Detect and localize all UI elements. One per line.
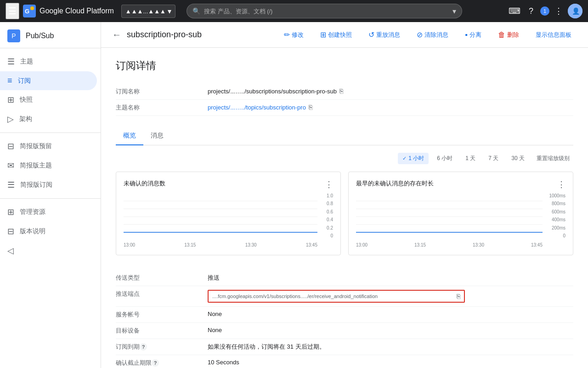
lite-reservations-icon: ⊟ [7, 141, 14, 151]
clear-button[interactable]: ⊘ 清除消息 [411, 28, 454, 42]
copy-endpoint-icon[interactable]: ⎘ [457, 293, 460, 300]
search-dropdown-icon[interactable]: ▾ [452, 7, 456, 16]
tab-messages[interactable]: 消息 [143, 127, 171, 145]
sidebar-item-lite-reservations[interactable]: ⊟ 简报版预留 [0, 137, 97, 156]
detach-button[interactable]: ▪ 分离 [459, 28, 487, 42]
chart-2-y-label-0: 1000ms [544, 193, 565, 198]
chart-1-title: 未确认的消息数 [124, 179, 165, 188]
edit-button[interactable]: ✏ 修改 [278, 28, 309, 42]
sidebar-item-lite-subscriptions-label: 简报版订阅 [20, 181, 52, 189]
manage-resources-icon: ⊞ [7, 207, 14, 217]
replay-icon: ↺ [368, 30, 374, 39]
sidebar-item-lite-reservations-label: 简报版预留 [20, 142, 52, 150]
time-btn-30d[interactable]: 30 天 [507, 153, 529, 164]
oldest-unconfirmed-chart: 最早的未确认消息的存在时长 ⋮ 13 [348, 172, 573, 255]
sidebar-item-schema-label: 架构 [19, 115, 32, 123]
time-btn-6h[interactable]: 6 小时 [432, 153, 457, 164]
sidebar-item-schema[interactable]: ▷ 架构 [0, 109, 97, 129]
snapshots-icon: ⊞ [7, 95, 14, 105]
replay-button[interactable]: ↺ 重放消息 [363, 28, 406, 42]
time-range-selector: 1 小时 6 小时 1 天 7 天 30 天 重置缩放级别 [116, 153, 573, 164]
hamburger-menu[interactable]: ☰ [6, 3, 19, 19]
topic-link[interactable]: projects/...…../topics/subscription-pro [208, 104, 306, 111]
time-btn-1d[interactable]: 1 天 [461, 153, 480, 164]
chart-2-header: 最早的未确认消息的存在时长 ⋮ [356, 179, 565, 190]
sidebar-divider [0, 132, 101, 133]
back-button[interactable]: ← [112, 29, 121, 40]
user-avatar[interactable]: 👤 [568, 4, 582, 18]
sidebar-item-release-notes[interactable]: ⊟ 版本说明 [0, 222, 97, 241]
lite-topics-icon: ✉ [7, 161, 14, 171]
subscriptions-icon: ≡ [7, 76, 12, 86]
svg-point-2 [30, 6, 34, 10]
chart-2-y-label-3: 400ms [544, 217, 565, 222]
sidebar-item-collapse[interactable]: ◁ [0, 241, 97, 260]
chart-2-y-label-4: 200ms [544, 225, 565, 230]
sidebar-nav: ☰ 主题 ≡ 订阅 ⊞ 快照 ▷ 架构 ⊟ 简报版预留 ✉ 简报版主题 ☰ 简报… [0, 48, 101, 264]
copy-topic-icon[interactable]: ⎘ [309, 104, 312, 111]
tab-overview[interactable]: 概览 [116, 127, 143, 145]
notification-badge[interactable]: 1 [540, 6, 549, 16]
app-logo: G Google Cloud Platform [23, 5, 114, 17]
help-icon[interactable]: ? [152, 359, 159, 367]
collapse-icon: ◁ [7, 246, 14, 256]
topic-name-label: 主题名称 [116, 104, 208, 112]
detail-value: 推送 [208, 274, 573, 282]
sidebar-item-subscriptions[interactable]: ≡ 订阅 [0, 71, 97, 90]
project-selector[interactable]: ▲▲▲...▲▲▲ ▾ [121, 5, 175, 18]
endpoint-box: ....fcm.googleapis.com/v1/subscriptions.… [208, 290, 465, 303]
edit-icon: ✏ [284, 30, 290, 39]
page-content: 订阅详情 订阅名称 projects/...…../subscriptions/… [101, 48, 588, 368]
sidebar-item-release-notes-label: 版本说明 [20, 227, 45, 236]
detail-label: 确认截止期限? [116, 359, 208, 367]
copy-name-icon[interactable]: ⎘ [339, 87, 343, 95]
more-options-button[interactable]: ⋮ [551, 4, 566, 18]
sidebar-item-topics[interactable]: ☰ 主题 [0, 52, 97, 71]
detail-row: 订阅到期?如果没有任何活动，订阅将在 31 天后过期。 [116, 339, 573, 355]
topic-name-value: projects/...…../topics/subscription-pro … [208, 104, 573, 111]
chart-1-menu[interactable]: ⋮ [325, 179, 333, 190]
chart-2-y-label-1: 800ms [544, 201, 565, 206]
topic-name-row: 主题名称 projects/...…../topics/subscription… [116, 100, 573, 116]
detail-value: None [208, 310, 573, 317]
sidebar-item-manage-resources[interactable]: ⊞ 管理资源 [0, 202, 97, 222]
info-panel-button[interactable]: 显示信息面板 [530, 28, 577, 42]
subscription-name-value: projects/...…../subscriptions/subscripti… [208, 87, 573, 95]
help-button[interactable]: ? [524, 4, 538, 18]
time-btn-7d[interactable]: 7 天 [484, 153, 503, 164]
delete-label: 删除 [507, 31, 519, 39]
sidebar-item-snapshots[interactable]: ⊞ 快照 [0, 90, 97, 109]
help-icon[interactable]: ? [140, 343, 147, 351]
svg-text:👤: 👤 [572, 7, 580, 15]
chart-2-menu[interactable]: ⋮ [557, 179, 565, 190]
chart-1-y-label-4: 0.2 [319, 225, 333, 230]
create-snapshot-button[interactable]: ⊞ 创建快照 [315, 28, 357, 42]
svg-text:G: G [25, 8, 29, 15]
sidebar-item-snapshots-label: 快照 [20, 96, 33, 104]
pubsub-icon: P [7, 29, 20, 42]
detach-label: 分离 [469, 31, 481, 39]
page-title: 订阅详情 [116, 59, 573, 73]
sidebar-item-topics-label: 主题 [20, 58, 33, 66]
sidebar-item-lite-subscriptions[interactable]: ☰ 简报版订阅 [0, 175, 97, 195]
zoom-reset-button[interactable]: 重置缩放级别 [533, 153, 573, 164]
snapshot-icon: ⊞ [320, 30, 326, 39]
subscription-name-row: 订阅名称 projects/...…../subscriptions/subsc… [116, 84, 573, 100]
detail-label: 目标设备 [116, 327, 208, 335]
subscription-info-table: 订阅名称 projects/...…../subscriptions/subsc… [116, 84, 573, 116]
search-input[interactable] [204, 8, 452, 15]
detail-label: 订阅到期? [116, 343, 208, 351]
schema-icon: ▷ [7, 114, 14, 124]
chart-1-y-label-2: 0.6 [319, 209, 333, 214]
chart-2-title: 最早的未确认消息的存在时长 [356, 179, 434, 188]
search-bar[interactable]: 🔍 ▾ [187, 4, 462, 18]
top-navigation: ☰ G Google Cloud Platform ▲▲▲...▲▲▲ ▾ 🔍 … [0, 0, 588, 22]
sidebar-header: P Pub/Sub [0, 22, 101, 48]
cloud-shell-button[interactable]: ⌨ [507, 4, 522, 18]
delete-button[interactable]: 🗑 删除 [492, 28, 525, 42]
app-title: Google Cloud Platform [40, 7, 114, 15]
sidebar-item-lite-topics[interactable]: ✉ 简报版主题 [0, 156, 97, 175]
time-btn-1h[interactable]: 1 小时 [398, 153, 429, 164]
sidebar-item-lite-topics-label: 简报版主题 [20, 161, 52, 170]
detail-label: 传送类型 [116, 274, 208, 282]
